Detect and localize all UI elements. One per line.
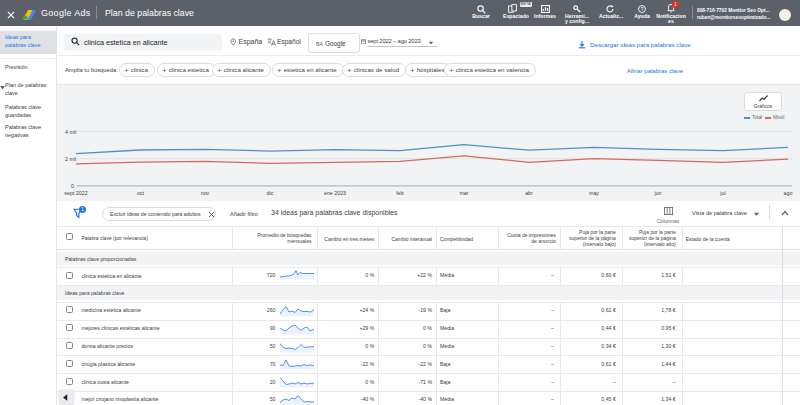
svg-text:4 mil: 4 mil [65, 129, 76, 135]
svg-text:jun: jun [653, 190, 661, 196]
svg-text:ene 2023: ene 2023 [324, 190, 346, 196]
svg-text:jul: jul [719, 190, 725, 196]
svg-text:may: may [589, 190, 599, 196]
svg-text:ago: ago [784, 190, 793, 196]
svg-text:sept 2022: sept 2022 [64, 190, 87, 196]
svg-text:0: 0 [71, 183, 74, 189]
svg-text:2 mil: 2 mil [65, 156, 76, 162]
svg-text:?: ? [640, 6, 643, 11]
svg-text:dic: dic [267, 190, 274, 196]
svg-text:oct: oct [137, 190, 145, 196]
svg-text:mar: mar [459, 190, 468, 196]
svg-text:abr: abr [525, 190, 533, 196]
svg-text:feb: feb [396, 190, 403, 196]
svg-text:nov: nov [201, 190, 210, 196]
